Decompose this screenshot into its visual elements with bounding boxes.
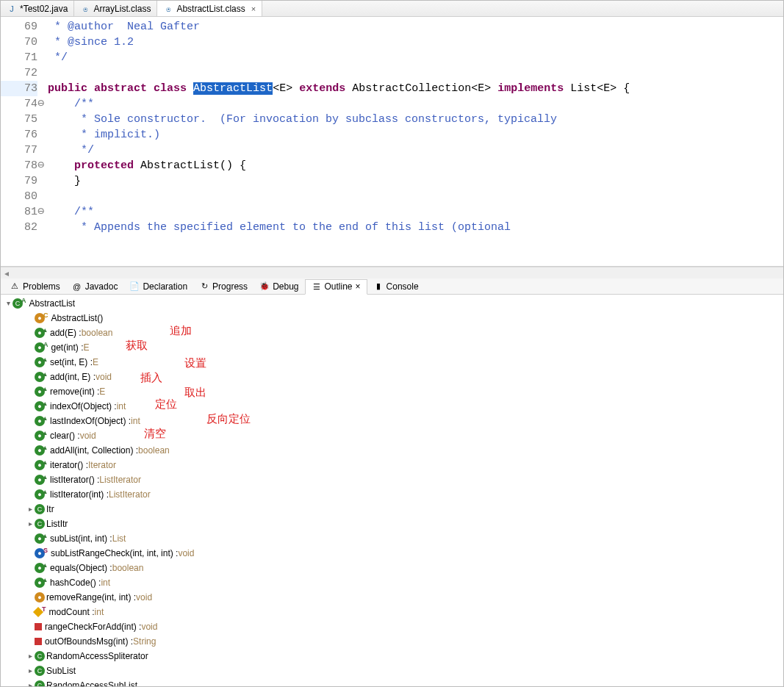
outline-item[interactable]: ▸CListItr — [1, 517, 783, 531]
outline-item[interactable]: rangeCheckForAdd(int) : void — [1, 619, 783, 634]
outline-item-name: AbstractList() — [51, 311, 104, 325]
outline-item-return: ListIterator — [99, 472, 141, 487]
fold-toggle — [37, 19, 48, 35]
close-icon[interactable]: × — [356, 281, 361, 292]
outline-item-name: modCount : — [49, 605, 95, 619]
code-line[interactable]: */ — [48, 143, 783, 158]
view-tab-label: Javadoc — [85, 281, 118, 292]
outline-root[interactable]: ▾CAAbstractList — [1, 296, 783, 311]
folding-column[interactable]: ⊖⊖⊖ — [37, 17, 48, 266]
outline-item[interactable]: ●SsubListRangeCheck(int, int, int) : voi… — [1, 546, 783, 561]
outline-item[interactable]: outOfBoundsMsg(int) : String — [1, 634, 783, 649]
chevron-right-icon[interactable]: ▸ — [26, 649, 35, 663]
chevron-right-icon[interactable]: ▸ — [26, 663, 35, 678]
outline-item[interactable]: ▸CRandomAccessSubList — [1, 678, 783, 686]
outline-item[interactable]: ●▴hashCode() : int — [1, 575, 783, 590]
view-tab-progress[interactable]: ↻Progress — [193, 278, 253, 294]
view-tab-declaration[interactable]: 📄Declaration — [123, 278, 193, 294]
fold-toggle[interactable]: ⊖ — [37, 96, 48, 112]
editor-tab-0[interactable]: J*Test02.java — [1, 1, 74, 16]
outline-item[interactable]: ●▴subList(int, int) : List — [1, 531, 783, 546]
problems-icon: ⚠ — [10, 281, 20, 292]
outline-item[interactable]: ▸CSubList — [1, 663, 783, 678]
overlay-icon: ▴ — [43, 323, 47, 337]
outline-item[interactable]: ●▴set(int, E) : E — [1, 355, 783, 370]
outline-item-name: iterator() : — [50, 458, 88, 472]
outline-item[interactable]: ●▴listIterator(int) : ListIterator — [1, 487, 783, 502]
code-line[interactable]: * @since 1.2 — [48, 35, 783, 50]
fold-toggle[interactable]: ⊖ — [37, 204, 48, 220]
outline-item[interactable]: ▸CRandomAccessSpliterator — [1, 649, 783, 663]
annotation-text: 取出 — [184, 386, 206, 400]
outline-item[interactable]: ●▴equals(Object) : boolean — [1, 561, 783, 575]
outline-item[interactable]: ●▴listIterator() : ListIterator — [1, 472, 783, 487]
outline-item[interactable]: ▸CItr — [1, 502, 783, 517]
code-line[interactable]: * @author Neal Gafter — [48, 19, 783, 35]
code-line[interactable]: } — [48, 173, 783, 189]
code-line[interactable]: */ — [48, 50, 783, 65]
close-icon[interactable]: × — [251, 4, 256, 13]
outline-item[interactable]: ●CAbstractList() — [1, 311, 783, 325]
outline-item-name: removeRange(int, int) : — [46, 590, 136, 605]
annotation-text: 插入 — [140, 371, 162, 385]
view-tab-problems[interactable]: ⚠Problems — [4, 278, 66, 294]
fold-toggle[interactable]: ⊖ — [37, 158, 48, 173]
code-line[interactable]: * Appends the specified element to the e… — [48, 220, 783, 235]
editor-tab-1[interactable]: ⍟ArrayList.class — [74, 1, 157, 16]
outline-item-name: lastIndexOf(Object) : — [50, 414, 131, 428]
outline-item-return: void — [178, 546, 194, 561]
outline-item[interactable]: ●▴iterator() : Iterator — [1, 458, 783, 472]
code-line[interactable]: * implicit.) — [48, 127, 783, 143]
scroll-left-icon[interactable]: ◂ — [1, 268, 12, 278]
line-number: 81 — [1, 204, 37, 220]
outline-item-name: listIterator(int) : — [50, 487, 109, 502]
editor-pane[interactable]: 6970717273747576777879808182 ⊖⊖⊖ * @auth… — [1, 17, 783, 267]
fold-toggle — [37, 81, 48, 96]
editor-hscroll[interactable]: ◂ — [1, 267, 783, 278]
code-line[interactable]: * Sole constructor. (For invocation by s… — [48, 112, 783, 127]
line-number: 80 — [1, 189, 37, 204]
annotation-text: 反向定位 — [206, 412, 251, 426]
outline-item[interactable]: ●▴clear() : void — [1, 428, 783, 443]
code-line[interactable] — [48, 65, 783, 81]
chevron-right-icon[interactable]: ▸ — [26, 502, 35, 517]
view-tab-console[interactable]: ▮Console — [367, 278, 425, 294]
outline-item-name: subList(int, int) : — [50, 531, 112, 546]
view-tab-debug[interactable]: 🐞Debug — [253, 278, 304, 294]
overlay-icon: ▴ — [43, 381, 47, 396]
code-line[interactable]: /** — [48, 204, 783, 220]
view-tab-outline[interactable]: ☰Outline × — [305, 279, 367, 295]
code-line[interactable]: /** — [48, 96, 783, 112]
code-line[interactable]: protected AbstractList() { — [48, 158, 783, 173]
overlay-icon: ▴ — [43, 396, 47, 411]
code-line[interactable] — [48, 189, 783, 204]
outline-item[interactable]: ●▴addAll(int, Collection) : boolean — [1, 443, 783, 458]
outline-item[interactable]: ●▴add(int, E) : void — [1, 370, 783, 384]
overlay-icon: A — [21, 295, 26, 308]
outline-item[interactable]: ●▴remove(int) : E — [1, 384, 783, 399]
outline-view[interactable]: ▾CAAbstractList●CAbstractList()●▴add(E) … — [1, 295, 783, 686]
outline-item[interactable]: ●▴indexOf(Object) : int — [1, 399, 783, 414]
outline-item-return: int — [117, 399, 126, 414]
chevron-right-icon[interactable]: ▸ — [26, 678, 35, 686]
outline-item-name: listIterator() : — [50, 472, 99, 487]
outline-item[interactable]: ●▴add(E) : boolean — [1, 325, 783, 340]
chevron-right-icon[interactable]: ▸ — [26, 517, 35, 531]
view-tab-javadoc[interactable]: @Javadoc — [66, 278, 124, 294]
annotation-text: 获取 — [126, 339, 148, 353]
fold-toggle — [37, 50, 48, 65]
code-line[interactable]: public abstract class AbstractList<E> ex… — [48, 81, 783, 96]
outline-item-return: String — [133, 634, 156, 649]
outline-item[interactable]: TmodCount : int — [1, 605, 783, 619]
outline-item[interactable]: ●▴lastIndexOf(Object) : int — [1, 414, 783, 428]
outline-item-return: Iterator — [88, 458, 116, 472]
chevron-down-icon[interactable]: ▾ — [4, 296, 12, 311]
editor-tab-2[interactable]: ⍟AbstractList.class× — [157, 1, 262, 16]
code-area[interactable]: * @author Neal Gafter * @since 1.2 */pub… — [48, 17, 783, 266]
outline-item[interactable]: ●removeRange(int, int) : void — [1, 590, 783, 605]
line-number: 73 — [1, 81, 37, 96]
class-icon: C — [35, 651, 45, 661]
outline-item-name: clear() : — [50, 428, 80, 443]
outline-item[interactable]: ●Aget(int) : E — [1, 340, 783, 355]
outline-item-name: RandomAccessSpliterator — [46, 649, 148, 663]
